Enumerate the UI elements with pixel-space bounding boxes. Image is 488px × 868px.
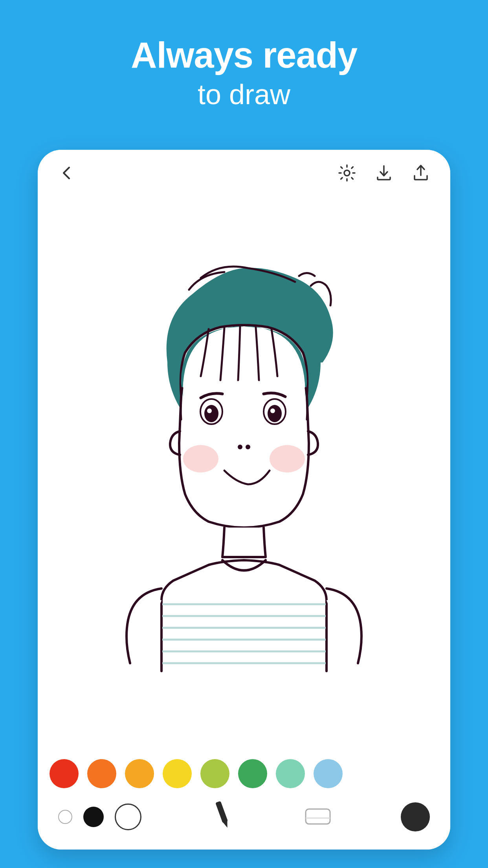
toolbar-icons [338, 164, 430, 186]
svg-point-8 [270, 408, 275, 413]
color-green[interactable] [238, 759, 267, 788]
app-card [38, 150, 450, 850]
color-red[interactable] [50, 759, 79, 788]
pen-tool[interactable] [208, 799, 236, 835]
svg-point-10 [246, 445, 250, 449]
color-orange[interactable] [87, 759, 116, 788]
header-subtitle: to draw [131, 78, 357, 110]
svg-point-0 [344, 170, 350, 176]
color-lime[interactable] [200, 759, 229, 788]
color-yellow[interactable] [163, 759, 192, 788]
svg-rect-19 [215, 801, 228, 823]
svg-point-7 [268, 405, 282, 422]
app-toolbar [38, 150, 450, 194]
brush-medium[interactable] [83, 807, 104, 827]
download-icon[interactable] [375, 164, 393, 186]
brush-size-group [58, 804, 141, 830]
brush-large[interactable] [115, 804, 141, 830]
svg-point-5 [207, 408, 212, 413]
svg-point-12 [270, 445, 305, 473]
color-black[interactable] [401, 802, 430, 831]
svg-point-9 [238, 445, 242, 449]
svg-point-11 [183, 445, 218, 473]
color-palette [38, 751, 450, 792]
color-mint[interactable] [276, 759, 305, 788]
share-icon[interactable] [412, 164, 430, 186]
svg-rect-21 [306, 809, 330, 824]
drawing-canvas[interactable] [38, 194, 450, 751]
svg-point-4 [204, 405, 218, 422]
header-title: Always ready [131, 35, 357, 75]
eraser-tool[interactable] [303, 804, 334, 829]
tools-bar [38, 792, 450, 850]
header: Always ready to draw [131, 35, 357, 110]
color-sky[interactable] [314, 759, 343, 788]
brush-small[interactable] [58, 810, 72, 824]
color-amber[interactable] [125, 759, 154, 788]
settings-icon[interactable] [338, 164, 356, 186]
back-button[interactable] [58, 164, 75, 186]
